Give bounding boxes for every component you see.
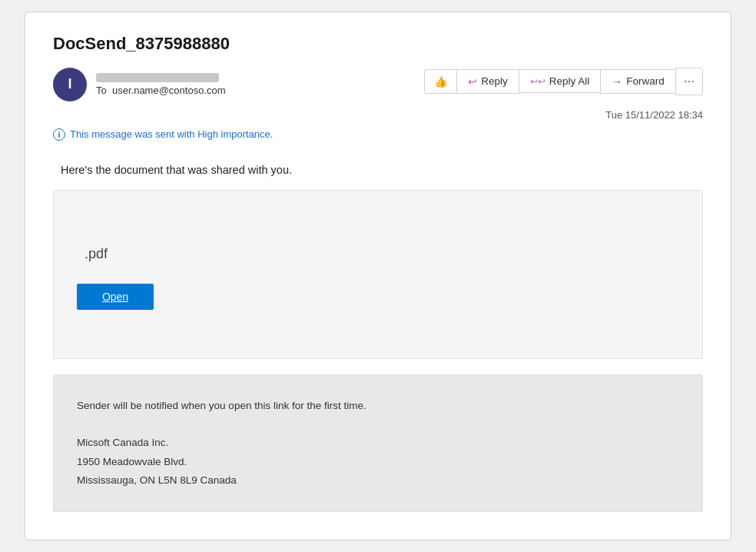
email-title: DocSend_8375988880 xyxy=(53,34,703,54)
sender-info: To user.name@contoso.com xyxy=(96,73,226,96)
pdf-label: .pdf xyxy=(85,246,679,262)
info-icon: i xyxy=(53,128,65,141)
timestamp: Tue 15/11/2022 18:34 xyxy=(53,109,703,121)
reply-all-button[interactable]: ↩↩ Reply All xyxy=(519,69,602,93)
to-line: To user.name@contoso.com xyxy=(96,85,226,96)
sender-section: I To user.name@contoso.com xyxy=(53,68,226,101)
footer-line-4: Mississauga, ON L5N 8L9 Canada xyxy=(77,471,679,490)
reply-label: Reply xyxy=(481,75,508,87)
like-icon: 👍 xyxy=(434,75,447,88)
email-body: Here's the document that was shared with… xyxy=(53,156,703,512)
email-card: DocSend_8375988880 I To user.name@contos… xyxy=(25,12,731,540)
email-header-row: I To user.name@contoso.com 👍 ↩ Reply ↩↩ … xyxy=(53,68,703,101)
to-address: user.name@contoso.com xyxy=(112,85,226,96)
footer-line-3: 1950 Meadowvale Blvd. xyxy=(77,453,679,471)
importance-bar: i This message was sent with High import… xyxy=(53,128,703,141)
body-intro: Here's the document that was shared with… xyxy=(53,164,703,176)
to-label: To xyxy=(96,85,107,96)
footer-line-2: Micsoft Canada Inc. xyxy=(77,434,679,452)
reply-all-icon: ↩↩ xyxy=(530,76,545,87)
more-icon: ··· xyxy=(684,74,695,89)
like-button[interactable]: 👍 xyxy=(424,69,457,94)
reply-all-label: Reply All xyxy=(549,75,590,87)
avatar: I xyxy=(53,68,87,101)
action-buttons: 👍 ↩ Reply ↩↩ Reply All → Forward ··· xyxy=(425,68,703,95)
more-button[interactable]: ··· xyxy=(675,68,703,95)
forward-icon: → xyxy=(612,75,622,88)
sender-name-bar xyxy=(96,73,219,82)
reply-button[interactable]: ↩ Reply xyxy=(456,69,519,94)
importance-message: This message was sent with High importan… xyxy=(70,128,273,140)
footer-block: Sender will be notified when you open th… xyxy=(53,374,703,512)
reply-icon: ↩ xyxy=(468,75,477,88)
document-block: .pdf Open xyxy=(53,190,703,359)
forward-button[interactable]: → Forward xyxy=(600,69,676,94)
open-button[interactable]: Open xyxy=(77,284,154,310)
forward-label: Forward xyxy=(626,75,665,87)
footer-line-1: Sender will be notified when you open th… xyxy=(77,397,679,415)
